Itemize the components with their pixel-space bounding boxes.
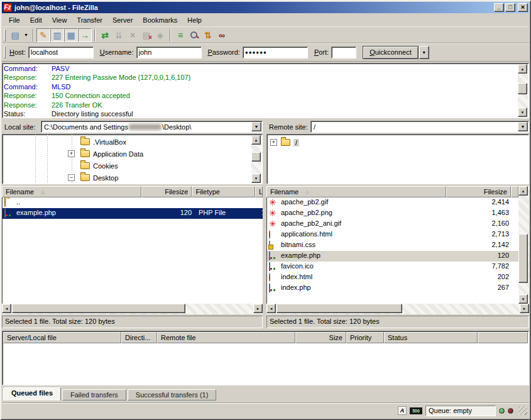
chevron-down-icon[interactable]: ▼ <box>251 122 261 131</box>
column-priority[interactable]: Priority <box>346 332 384 343</box>
filter-button[interactable]: ≡ <box>173 28 187 42</box>
expand-plus-icon[interactable]: + <box>270 139 277 146</box>
remote-list-hscrollbar[interactable]: ◄ ► <box>266 304 529 314</box>
file-row[interactable]: apache_pb2_ani.gif2,160 <box>267 219 518 229</box>
file-row-parent-dir[interactable]: .. <box>3 197 263 208</box>
sync-browsing-button[interactable]: ⇅ <box>201 28 215 42</box>
remote-tree[interactable]: + / <box>266 134 529 184</box>
file-row[interactable]: index.php267 <box>267 283 518 294</box>
local-site-combobox[interactable]: C:\Documents and Settings\Desktop\ ▼ <box>41 121 263 133</box>
expand-plus-icon[interactable]: + <box>68 150 75 157</box>
remote-scrollbar-thumb[interactable] <box>518 234 528 283</box>
local-selection-status: Selected 1 file. Total size: 120 bytes <box>2 316 263 328</box>
toggle-transfer-queue-button[interactable]: → <box>78 28 92 42</box>
column-filetype[interactable]: Filetype <box>192 186 255 197</box>
local-tree-scrollbar-thumb[interactable] <box>251 152 261 162</box>
column-status[interactable]: Status <box>384 332 478 343</box>
site-manager-button[interactable]: ▤ <box>8 28 22 42</box>
site-manager-dropdown-button[interactable]: ▼ <box>22 28 30 42</box>
remote-hscrollbar-thumb[interactable] <box>276 304 402 313</box>
file-row-selected[interactable]: example.php120 <box>267 251 518 262</box>
column-server-local-file[interactable]: Server/Local file <box>3 332 121 343</box>
toolbar-grip[interactable] <box>4 29 6 41</box>
tree-item-root[interactable]: + / <box>267 136 527 148</box>
file-row[interactable]: applications.html2,713 <box>267 229 518 240</box>
menu-transfer[interactable]: Transfer <box>72 14 107 26</box>
tab-failed-transfers[interactable]: Failed transfers <box>62 389 126 401</box>
disconnect-button[interactable]: ▤× <box>140 28 153 42</box>
quickconnect-button[interactable]: Quickconnect <box>363 46 419 59</box>
password-input[interactable] <box>243 47 308 58</box>
scroll-right-icon[interactable]: ► <box>253 304 263 313</box>
resize-grip[interactable] <box>518 406 527 415</box>
menu-edit[interactable]: Edit <box>25 14 47 26</box>
find-files-button[interactable]: ∞ <box>215 28 229 42</box>
scroll-right-icon[interactable]: ► <box>520 304 529 313</box>
maximize-button[interactable]: □ <box>505 3 515 12</box>
column-remote-file[interactable]: Remote file <box>157 332 295 343</box>
menu-file[interactable]: File <box>4 14 25 26</box>
tree-item-virtualbox[interactable]: .VirtualBox <box>3 136 251 148</box>
column-last-modified[interactable]: L <box>255 186 263 197</box>
toggle-local-tree-button[interactable]: ▥ <box>50 28 64 42</box>
scroll-down-icon[interactable]: ▼ <box>518 108 527 117</box>
quickconnect-bar: Host: Username: Password: Port: Quickcon… <box>2 43 529 62</box>
menu-bookmarks[interactable]: Bookmarks <box>138 14 182 26</box>
file-row-example-php[interactable]: example.php 120 PHP File 1 <box>3 208 263 219</box>
refresh-button[interactable]: ⇄ <box>98 28 112 42</box>
log-scrollbar[interactable]: ▲ ▼ <box>518 64 528 117</box>
reconnect-button[interactable]: ◈ <box>153 28 167 42</box>
local-tree-scrollbar[interactable]: ▲ ▼ <box>251 135 261 183</box>
menu-view[interactable]: View <box>47 14 72 26</box>
speed-limit-icon[interactable]: 500 <box>410 407 422 414</box>
close-button[interactable]: × <box>518 3 528 12</box>
tab-queued-files[interactable]: Queued files <box>3 387 61 401</box>
log-scrollbar-thumb[interactable] <box>518 83 527 94</box>
column-filename[interactable]: Filename <box>266 186 446 197</box>
username-input[interactable] <box>136 47 202 58</box>
ascii-datatype-icon[interactable]: A <box>398 406 407 415</box>
file-row[interactable]: apache_pb2.png1,463 <box>267 208 518 219</box>
quickbar-grip[interactable] <box>4 46 6 58</box>
scroll-down-icon[interactable]: ▼ <box>518 294 528 304</box>
column-filename[interactable]: Filename <box>2 186 141 197</box>
collapse-minus-icon[interactable]: − <box>68 174 75 181</box>
column-filesize[interactable]: Filesize <box>141 186 192 197</box>
apache-feather-icon <box>269 208 276 218</box>
file-row[interactable]: apache_pb2.gif2,414 <box>267 197 518 208</box>
filezilla-app-icon[interactable]: Fz <box>3 3 12 12</box>
local-tree[interactable]: .VirtualBox + Application Data Cookies −… <box>2 134 263 184</box>
directory-comparison-button[interactable] <box>187 28 201 42</box>
tree-item-cookies[interactable]: Cookies <box>3 160 251 172</box>
scroll-up-icon[interactable]: ▲ <box>251 135 261 145</box>
menu-server[interactable]: Server <box>107 14 138 26</box>
tab-successful-transfers[interactable]: Successful transfers (1) <box>128 389 217 401</box>
tree-item-desktop[interactable]: − Desktop <box>3 172 251 184</box>
scroll-left-icon[interactable]: ◄ <box>266 304 276 313</box>
process-queue-button[interactable]: ⇊ <box>112 28 126 42</box>
host-input[interactable] <box>28 47 94 58</box>
local-list-hscrollbar[interactable]: ◄ ► <box>2 304 263 314</box>
port-input[interactable] <box>331 47 356 58</box>
minimize-button[interactable]: _ <box>494 3 504 12</box>
scroll-up-icon[interactable]: ▲ <box>518 64 527 74</box>
menu-help[interactable]: Help <box>182 14 207 26</box>
remote-list-scrollbar[interactable]: ▲ ▼ <box>518 186 529 304</box>
remote-site-combobox[interactable]: / ▼ <box>310 121 529 133</box>
scroll-up-icon[interactable]: ▲ <box>518 186 528 196</box>
cancel-operation-button[interactable]: × <box>126 28 140 42</box>
file-row[interactable]: index.html202 <box>267 272 518 283</box>
scroll-down-icon[interactable]: ▼ <box>251 174 261 183</box>
toggle-remote-tree-button[interactable]: ▦ <box>64 28 78 42</box>
column-filesize[interactable]: Filesize <box>446 186 512 197</box>
chevron-down-icon[interactable]: ▼ <box>518 122 528 131</box>
quickconnect-dropdown-button[interactable]: ▼ <box>419 46 429 59</box>
file-row[interactable]: favicon.ico7,782 <box>267 262 518 272</box>
column-direction[interactable]: Directi... <box>121 332 157 343</box>
toggle-message-log-button[interactable]: ✎ <box>36 28 50 42</box>
file-row[interactable]: bitnami.css2,142 <box>267 240 518 251</box>
tree-item-application-data[interactable]: + Application Data <box>3 148 251 160</box>
column-size[interactable]: Size <box>295 332 346 343</box>
scroll-left-icon[interactable]: ◄ <box>2 304 11 313</box>
local-hscrollbar-thumb[interactable] <box>12 304 185 313</box>
